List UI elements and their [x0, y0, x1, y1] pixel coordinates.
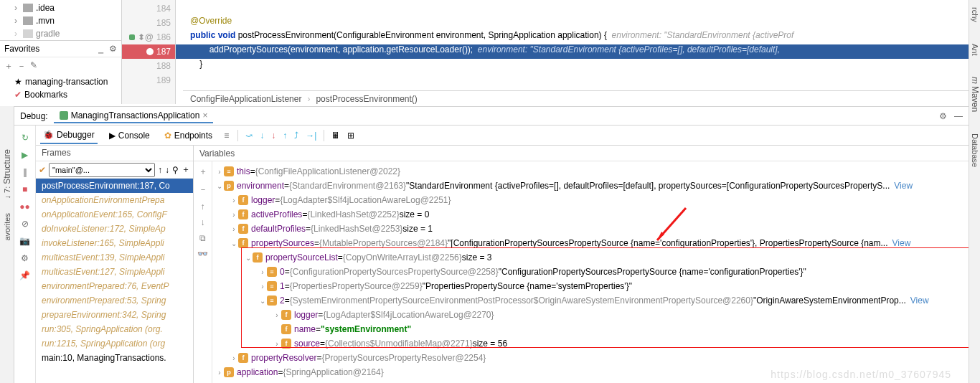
debug-app-tab[interactable]: ManagingTransactionsApplication×: [54, 109, 214, 123]
glasses-icon[interactable]: 👓: [197, 249, 208, 259]
rside-tab[interactable]: rchy: [971, 7, 979, 22]
add-icon[interactable]: ＋: [182, 164, 190, 176]
variables-title: Variables: [194, 146, 969, 161]
up-icon[interactable]: ↑: [201, 202, 205, 212]
gear-icon[interactable]: ⚙: [939, 111, 947, 121]
frame-item[interactable]: multicastEvent:139, SimpleAppli: [36, 250, 193, 265]
variables-panel: Variables ＋ － ↑ ↓ ⧉ 👓 ›≡this = {ConfigFi…: [194, 146, 969, 383]
proj-item[interactable]: ›.mvn: [0, 14, 121, 27]
frame-item[interactable]: onApplicationEnvironmentPrepa: [36, 193, 193, 207]
favorites-panel: Favorites ⎯⚙ ＋ － ✎ ★managing-transaction…: [0, 40, 121, 101]
left-sidebar: ↓ 7: Structure avorites: [0, 106, 14, 383]
resume-icon[interactable]: ▶: [22, 150, 28, 160]
trace-icon[interactable]: ⊞: [347, 131, 354, 141]
favorite-item[interactable]: ★managing-transaction: [0, 75, 121, 88]
prev-icon[interactable]: ↑: [158, 165, 162, 175]
debug-toolwindow: Debug: ManagingTransactionsApplication× …: [14, 106, 969, 383]
breakpoints-icon[interactable]: ●●: [19, 202, 30, 212]
step-into-icon[interactable]: ↓: [260, 131, 264, 141]
gear-icon[interactable]: ⚙: [109, 44, 117, 54]
frames-panel: Frames ✔ "main"@... ↑ ↓ ⚲ ＋ postProcessE…: [36, 146, 194, 383]
frame-item[interactable]: main:10, ManagingTransactions.: [36, 351, 193, 365]
filter-icon[interactable]: ⚲: [172, 165, 179, 175]
camera-icon[interactable]: 📷: [19, 236, 30, 246]
down-icon[interactable]: ↓: [201, 217, 205, 227]
tab-debugger[interactable]: 🐞Debugger: [40, 127, 98, 144]
lside-tab[interactable]: ↓ 7: Structure: [2, 149, 12, 199]
proj-item[interactable]: ›.idea: [0, 1, 121, 14]
copy-icon[interactable]: ⧉: [199, 233, 206, 243]
tab-console[interactable]: ▶Console: [106, 128, 153, 143]
proj-item[interactable]: ›gradle: [0, 27, 121, 40]
frames-title: Frames: [36, 146, 193, 161]
add-watch-icon[interactable]: ＋: [199, 166, 207, 178]
view-link[interactable]: View: [892, 238, 911, 248]
rerun-icon[interactable]: ↻: [22, 133, 29, 143]
frame-item[interactable]: prepareEnvironment:342, Spring: [36, 308, 193, 322]
lside-tab[interactable]: avorites: [3, 213, 11, 241]
collapse-icon[interactable]: ⎯: [98, 44, 103, 54]
edit-icon[interactable]: ✎: [30, 60, 37, 72]
frame-item[interactable]: doInvokeListener:172, SimpleAp: [36, 222, 193, 236]
evaluate-icon[interactable]: 🖩: [331, 131, 340, 141]
frame-item[interactable]: postProcessEnvironment:187, Co: [36, 179, 193, 193]
frame-item[interactable]: onApplicationEvent:165, ConfigF: [36, 207, 193, 222]
next-icon[interactable]: ↓: [165, 165, 169, 175]
stop-icon[interactable]: ■: [22, 184, 27, 194]
debug-toolbar: ↻ ▶ ‖ ■ ●● ⊘ 📷 ⚙ 📌: [14, 126, 36, 383]
debug-label: Debug:: [20, 111, 48, 121]
add-icon[interactable]: ＋: [4, 60, 13, 72]
frame-item[interactable]: environmentPrepared:53, Spring: [36, 293, 193, 308]
remove-icon[interactable]: －: [199, 184, 207, 196]
pause-icon[interactable]: ‖: [23, 167, 27, 177]
project-tree: ›.idea ›.mvn ›gradle Favorites ⎯⚙ ＋ － ✎ …: [0, 0, 122, 104]
run-to-cursor-icon[interactable]: →|: [306, 131, 316, 141]
mute-icon[interactable]: ⊘: [22, 219, 29, 229]
rside-tab[interactable]: Database: [971, 133, 979, 167]
tab-endpoints[interactable]: ✿Endpoints: [161, 128, 215, 143]
frame-item[interactable]: multicastEvent:127, SimpleAppli: [36, 265, 193, 279]
rside-tab[interactable]: m Maven: [970, 77, 980, 112]
thread-select[interactable]: "main"@...: [49, 163, 155, 177]
editor-gutter: 184 185 ⬍@186 187 188 189: [122, 0, 176, 104]
frame-item[interactable]: run:1215, SpringApplication (org: [36, 336, 193, 351]
editor-area: ›.idea ›.mvn ›gradle Favorites ⎯⚙ ＋ － ✎ …: [0, 0, 969, 104]
step-over-icon[interactable]: ⤻: [245, 131, 253, 141]
frame-item[interactable]: invokeListener:165, SimpleAppli: [36, 236, 193, 250]
code-editor[interactable]: @Override public void postProcessEnviron…: [176, 0, 969, 104]
more-icon[interactable]: ≡: [224, 131, 229, 141]
favorites-title: Favorites: [4, 44, 39, 54]
settings-icon[interactable]: ⚙: [21, 253, 29, 263]
frame-item[interactable]: run:305, SpringApplication (org.: [36, 322, 193, 336]
favorite-item[interactable]: ✔Bookmarks: [0, 88, 121, 101]
frame-item[interactable]: environmentPrepared:76, EventP: [36, 279, 193, 293]
rside-tab[interactable]: Ant: [971, 44, 979, 56]
watermark: https://blog.csdn.net/m0_37607945: [771, 369, 951, 380]
breadcrumb[interactable]: ConfigFileApplicationListener›postProces…: [183, 90, 969, 106]
step-out-icon[interactable]: ↑: [283, 131, 287, 141]
remove-icon[interactable]: －: [17, 60, 26, 72]
right-sidebar: rchy Ant m Maven Database: [969, 0, 980, 383]
minimize-icon[interactable]: —: [954, 111, 963, 121]
drop-frame-icon[interactable]: ⤴: [294, 131, 298, 141]
variables-tree[interactable]: ›≡this = {ConfigFileApplicationListener@…: [212, 161, 969, 383]
force-step-into-icon[interactable]: ↓: [271, 131, 275, 141]
view-link[interactable]: View: [894, 181, 913, 191]
pin-icon[interactable]: 📌: [19, 270, 30, 280]
check-icon: ✔: [39, 165, 46, 175]
